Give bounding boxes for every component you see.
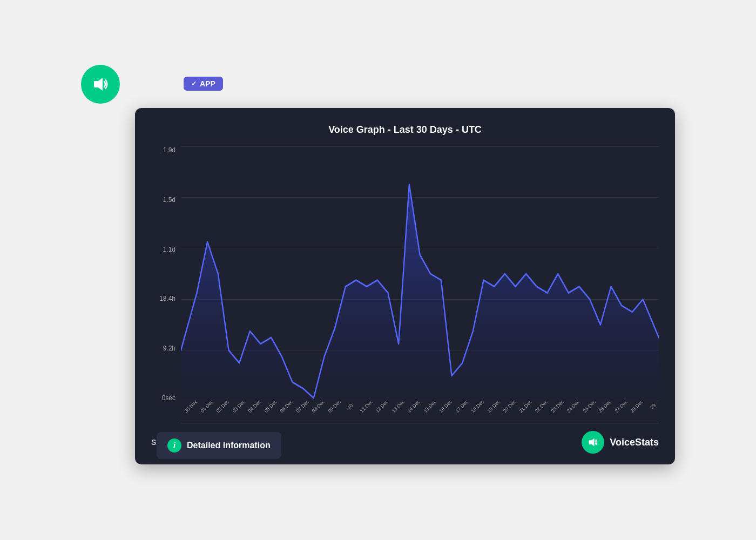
x-label: 09 Dec — [327, 399, 342, 414]
check-icon: ✓ — [191, 80, 197, 87]
y-label-2: 1.5d — [163, 196, 176, 204]
y-label-1: 1.9d — [163, 146, 176, 154]
main-container: ✓ APP Voice Graph - Last 30 Days - UTC 1… — [81, 49, 675, 491]
x-label: 03 Dec — [231, 399, 246, 414]
svg-marker-0 — [94, 78, 103, 91]
x-label: 16 Dec — [438, 399, 453, 414]
x-label: 26 Dec — [597, 399, 612, 414]
x-label: 13 Dec — [390, 399, 406, 414]
x-label: 07 Dec — [295, 399, 310, 414]
x-label: 23 Dec — [550, 399, 565, 414]
x-label: 12 Dec — [374, 399, 389, 414]
svg-marker-1 — [589, 438, 595, 447]
voicestats-label: VoiceStats — [610, 437, 659, 448]
x-label: 01 Dec — [199, 399, 214, 414]
x-label: 19 Dec — [486, 399, 501, 414]
x-label: 29 — [645, 399, 660, 414]
y-axis: 1.9d 1.5d 1.1d 18.4h 9.2h 0sec — [151, 146, 181, 423]
x-label: 30 Nov — [183, 399, 198, 414]
chart-plot: 30 Nov 01 Dec 02 Dec 03 Dec 04 Dec 05 De… — [181, 146, 659, 423]
detailed-information-button[interactable]: i Detailed Information — [157, 432, 281, 459]
x-label: 17 Dec — [454, 399, 469, 414]
x-label: 04 Dec — [247, 399, 262, 414]
y-label-5: 9.2h — [163, 345, 176, 352]
chart-svg — [181, 146, 659, 401]
x-label: 28 Dec — [629, 399, 644, 414]
detailed-information-label: Detailed Information — [187, 441, 271, 450]
chart-card: Voice Graph - Last 30 Days - UTC 1.9d 1.… — [135, 108, 675, 464]
x-label: 06 Dec — [279, 399, 294, 414]
x-label: 20 Dec — [502, 399, 517, 414]
app-badge-label: APP — [200, 79, 215, 88]
y-label-6: 0sec — [162, 394, 176, 402]
chart-title: Voice Graph - Last 30 Days - UTC — [151, 124, 659, 136]
x-label: 27 Dec — [613, 399, 629, 414]
x-label: 24 Dec — [565, 399, 580, 414]
x-label: 02 Dec — [215, 399, 230, 414]
x-label: 08 Dec — [310, 399, 326, 414]
x-label: 25 Dec — [582, 399, 597, 414]
voicestats-icon — [582, 431, 604, 454]
y-label-3: 1.1d — [163, 246, 176, 253]
y-label-4: 18.4h — [159, 295, 176, 302]
x-label: 14 Dec — [406, 399, 421, 414]
x-axis: 30 Nov 01 Dec 02 Dec 03 Dec 04 Dec 05 De… — [181, 401, 659, 423]
x-label: 05 Dec — [263, 399, 278, 414]
x-label: 18 Dec — [470, 399, 485, 414]
info-icon: i — [167, 438, 181, 453]
x-label: 10 — [342, 399, 357, 414]
top-speaker-icon — [81, 65, 120, 104]
x-label: 11 Dec — [359, 399, 374, 414]
app-badge[interactable]: ✓ APP — [184, 77, 223, 91]
footer-right: VoiceStats — [582, 431, 659, 454]
x-label: 15 Dec — [422, 399, 437, 414]
x-label: 21 Dec — [518, 399, 533, 414]
x-label: 22 Dec — [534, 399, 549, 414]
chart-area: 1.9d 1.5d 1.1d 18.4h 9.2h 0sec — [151, 146, 659, 423]
